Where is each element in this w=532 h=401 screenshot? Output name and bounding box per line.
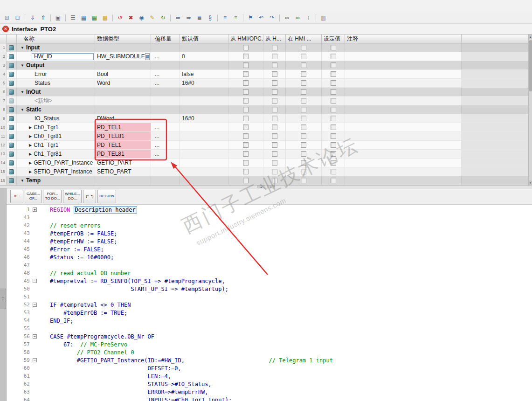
hmi-visible-checkbox[interactable] xyxy=(301,116,306,121)
snippet-region-button[interactable]: REGION xyxy=(97,190,116,203)
export-table-icon[interactable]: ⇑ xyxy=(38,13,48,22)
default-value-cell[interactable]: false xyxy=(180,70,228,78)
column-header-default[interactable]: 默认值 xyxy=(180,35,228,43)
code-text[interactable]: #tempErrOB := FALSE; xyxy=(41,230,117,237)
comment-cell[interactable] xyxy=(345,159,462,167)
code-line[interactable]: 59− #GETIO_PART_Instance(ID:=#HW_ID, // … xyxy=(7,356,532,364)
hmi-writable-checkbox[interactable] xyxy=(272,178,277,183)
code-line[interactable]: 47 xyxy=(7,261,532,269)
code-line[interactable]: 46#Status := 16#0000; xyxy=(7,253,532,261)
hmi-opc-checkbox[interactable] xyxy=(243,98,249,104)
table-row[interactable]: 8▼Static xyxy=(0,105,532,114)
hmi-opc-checkbox[interactable] xyxy=(243,133,249,139)
datatype-cell[interactable]: GETIO_PART xyxy=(95,159,151,167)
splitter-collapse-down-icon[interactable]: ▾ xyxy=(267,186,275,188)
hmi-visible-checkbox[interactable] xyxy=(301,98,306,104)
hmi-opc-checkbox[interactable] xyxy=(243,89,249,95)
setpoint-checkbox[interactable] xyxy=(331,133,336,139)
default-value-cell[interactable]: 16#0 xyxy=(180,79,228,87)
code-text[interactable]: INPUTS:=#Ch0_Tgr1.Input); xyxy=(41,397,232,401)
toggle-comment-icon[interactable]: § xyxy=(205,13,215,22)
code-line[interactable]: 50 START_UP_SI => #tempStartup); xyxy=(7,285,532,293)
comment-cell[interactable] xyxy=(345,70,462,78)
outdent-icon[interactable]: ⇐ xyxy=(173,13,183,22)
hmi-opc-checkbox[interactable] xyxy=(243,71,249,77)
code-line[interactable]: 63 ERROR=>#tempErrHW, xyxy=(7,388,532,396)
code-text[interactable]: // reset errors xyxy=(41,222,100,229)
offset-cell[interactable]: ... xyxy=(151,123,180,131)
default-value-cell[interactable] xyxy=(180,123,228,131)
expand-triangle-icon[interactable]: ▶ xyxy=(29,152,32,156)
name-cell[interactable]: ▶GETIO_PART_Instance xyxy=(17,159,95,167)
code-text[interactable]: ERROR=>#tempErrHW, xyxy=(41,389,208,395)
comment-cell[interactable] xyxy=(345,167,462,176)
bookmark-icon[interactable]: ⚑ xyxy=(246,13,256,22)
hmi-writable-checkbox[interactable] xyxy=(272,62,277,68)
code-text[interactable]: // PTO2 Channel 0 xyxy=(41,349,134,356)
code-line[interactable]: 43#tempErrOB := FALSE; xyxy=(7,229,532,237)
code-text[interactable]: #Error := FALSE; xyxy=(41,246,104,253)
hmi-writable-checkbox[interactable] xyxy=(272,54,277,59)
name-cell[interactable]: ▶SETIO_PART_Instance xyxy=(17,167,95,176)
code-text[interactable]: // read actual OB number xyxy=(41,270,131,277)
hmi-writable-checkbox[interactable] xyxy=(272,160,277,166)
table-row[interactable]: 14▶GETIO_PART_InstanceGETIO_PART xyxy=(0,159,532,167)
browse-datatype-icon[interactable]: ▦ xyxy=(145,53,150,60)
code-line[interactable]: 60 OFFSET:=0, xyxy=(7,364,532,372)
hmi-writable-checkbox[interactable] xyxy=(272,98,277,104)
monitor-all-icon[interactable]: ◉ xyxy=(137,13,146,22)
datatype-cell[interactable] xyxy=(95,176,151,185)
code-text[interactable]: END_IF; xyxy=(41,318,74,324)
comment-cell[interactable] xyxy=(345,43,462,52)
comment-cell[interactable] xyxy=(345,141,462,149)
default-value-cell[interactable]: 0 xyxy=(180,52,228,61)
hmi-opc-checkbox[interactable] xyxy=(243,178,249,183)
hmi-visible-checkbox[interactable] xyxy=(301,151,306,157)
name-cell[interactable]: ▶Ch1_Tgr1 xyxy=(17,141,95,149)
collapse-triangle-icon[interactable]: ▼ xyxy=(21,90,24,94)
snippet-while-button[interactable]: WHILE... DO... xyxy=(63,190,82,203)
default-value-cell[interactable] xyxy=(180,97,228,105)
hmi-writable-checkbox[interactable] xyxy=(272,71,277,77)
name-cell[interactable]: ▼Static xyxy=(17,105,95,114)
setpoint-checkbox[interactable] xyxy=(331,107,336,112)
hmi-writable-checkbox[interactable] xyxy=(272,142,277,148)
setpoint-checkbox[interactable] xyxy=(331,116,336,121)
table-row[interactable]: 7<新增> xyxy=(0,97,532,105)
datatype-cell[interactable] xyxy=(95,43,151,52)
table-row[interactable]: 12▶Ch1_Tgr1PD_TEL1... xyxy=(0,141,532,150)
name-cell[interactable]: ▼Temp xyxy=(17,176,95,185)
call-structure-icon[interactable]: ∞ xyxy=(282,13,292,22)
symbolic-operands-icon[interactable]: ≡ xyxy=(231,13,241,22)
hmi-opc-checkbox[interactable] xyxy=(243,169,249,174)
modify-value-icon[interactable]: ✎ xyxy=(147,13,157,22)
snapshot-icon[interactable]: ☰ xyxy=(68,13,78,22)
format-code-icon[interactable]: ≣ xyxy=(194,13,204,22)
collapse-region-icon[interactable]: − xyxy=(33,334,37,339)
expand-triangle-icon[interactable]: ▶ xyxy=(29,161,32,165)
scroll-down-icon[interactable]: ▼ xyxy=(529,180,532,185)
name-cell[interactable]: IO_Status xyxy=(17,114,95,123)
offset-cell[interactable]: ... xyxy=(151,132,180,140)
table-row[interactable]: 11▶Ch0_Tgr81PD_TEL81... xyxy=(0,132,532,141)
monitoring-glasses-icon[interactable]: ∞ xyxy=(293,13,303,22)
table-row[interactable]: 3▼Output xyxy=(0,61,532,70)
setpoint-checkbox[interactable] xyxy=(331,62,336,68)
datatype-cell[interactable]: SETIO_PART xyxy=(95,167,151,176)
table-scrollbar[interactable]: ▲ ▼ xyxy=(528,35,532,185)
offset-cell[interactable] xyxy=(151,159,180,167)
hmi-visible-checkbox[interactable] xyxy=(301,160,306,166)
code-line[interactable]: 54END_IF; xyxy=(7,317,532,325)
comment-cell[interactable] xyxy=(345,52,462,61)
hmi-writable-checkbox[interactable] xyxy=(272,133,277,139)
setpoint-checkbox[interactable] xyxy=(331,142,336,148)
expand-region-icon[interactable]: + xyxy=(33,207,37,212)
hmi-writable-checkbox[interactable] xyxy=(272,80,277,86)
setpoint-checkbox[interactable] xyxy=(331,151,336,157)
name-cell[interactable]: ▶Ch0_Tgr81 xyxy=(17,132,95,140)
code-line[interactable]: 62 STATUS=>#IO_Status, xyxy=(7,380,532,388)
code-text[interactable]: #tempretval := RD_SINFO(TOP_SI => #tempP… xyxy=(41,278,225,284)
code-text[interactable]: 67: // MC-PreServo xyxy=(41,341,127,348)
name-cell[interactable]: ▼InOut xyxy=(17,88,95,96)
insert-row-icon[interactable]: ⊞ xyxy=(2,13,12,22)
